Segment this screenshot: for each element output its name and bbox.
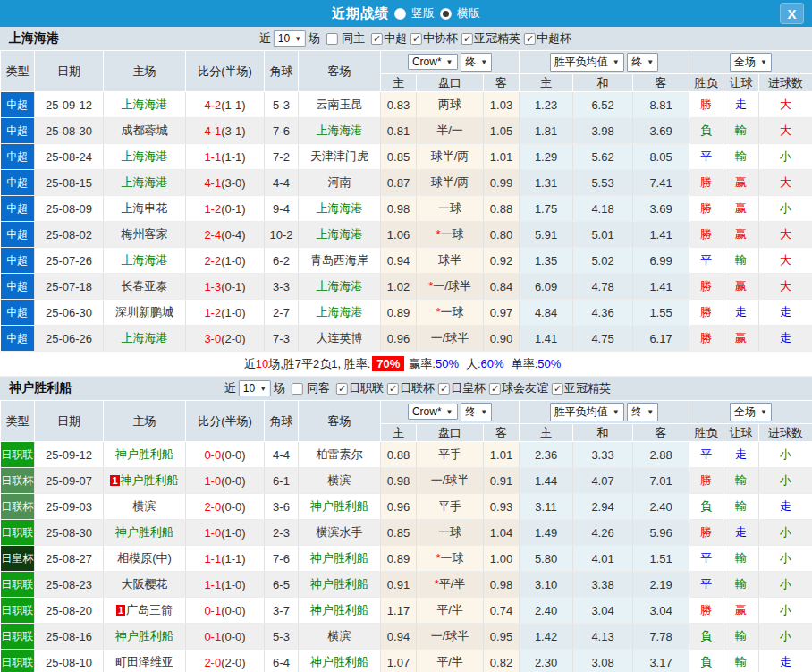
competition-checkbox[interactable] (552, 383, 563, 395)
competition-badge: 中超 (1, 92, 35, 117)
handicap: *一球 (417, 300, 484, 326)
competition-badge: 中超 (1, 222, 35, 247)
odds-away: 1.03 (484, 92, 520, 118)
score: 0-0(0-0) (186, 442, 265, 468)
avg-type-select[interactable]: 胜平负均值▼ (550, 403, 624, 421)
results-table-shanghai-port: 类型 日期 主场 比分(半场) 角球 客场 Crow*▼ 终▼ 胜平负均值▼ 终… (0, 50, 812, 352)
handicap: 一/球半 (417, 326, 484, 352)
recent-results-window: 近期战绩 竖版 横版 X 上海海港 近 10▼ 场 同主 中超中协杯亚冠精英中超… (0, 0, 812, 672)
result-handicap: 走 (723, 442, 759, 468)
col-avg-away: 客 (633, 424, 689, 442)
avg-away: 2.88 (633, 442, 689, 468)
match-date: 25-08-15 (35, 170, 104, 196)
col-odds-away: 客 (484, 74, 520, 92)
home-team: 相模原(中) (104, 546, 186, 572)
competition-checkbox[interactable] (524, 33, 536, 45)
scope-select[interactable]: 全场▼ (730, 403, 772, 421)
corners: 6-2 (265, 248, 299, 274)
score: 1-2(0-1) (186, 196, 265, 222)
star-marker: * (435, 577, 439, 591)
avg-away: 2.40 (633, 494, 689, 520)
odds-time-select[interactable]: 终▼ (461, 53, 492, 72)
home-team: 上海申花 (104, 196, 186, 222)
match-date: 25-09-12 (35, 92, 104, 118)
result-handicap: 輸 (723, 546, 759, 572)
avg-time-select[interactable]: 终▼ (627, 53, 658, 72)
summary-count: 10 (256, 357, 268, 370)
competition-badge: 日联杯 (1, 468, 35, 493)
col-odds-home: 主 (381, 74, 417, 92)
vertical-layout-radio[interactable] (394, 8, 406, 20)
match-row: 中超25-08-02梅州客家2-4(0-4)10-2上海海港1.06*一球0.8… (1, 222, 812, 248)
result-handicap: 赢 (723, 326, 759, 352)
competition-checkbox[interactable] (410, 33, 422, 45)
match-date: 25-08-24 (35, 144, 104, 170)
filter-bar: 近 10▼ 场 同客 日职联日联杯日皇杯球会友谊亚冠精英 (224, 377, 611, 400)
competition-badge: 日联杯 (1, 494, 35, 519)
result-handicap: 輸 (723, 118, 759, 144)
odds-company-select[interactable]: Crow*▼ (408, 404, 458, 420)
avg-draw: 5.62 (573, 144, 633, 170)
competition-checkbox[interactable] (371, 33, 383, 45)
handicap: 球半 (417, 248, 484, 274)
corners: 2-7 (265, 300, 299, 326)
result-handicap: 走 (723, 520, 759, 546)
chevron-down-icon: ▼ (647, 408, 654, 416)
odds-time-select[interactable]: 终▼ (461, 403, 492, 421)
same-away-label: 同客 (307, 380, 330, 396)
competition-type: 中超 (1, 144, 35, 170)
same-home-checkbox[interactable] (326, 33, 338, 45)
corners: 3-3 (265, 274, 299, 300)
competition-badge: 中超 (1, 274, 35, 299)
vertical-layout-label: 竖版 (411, 5, 435, 21)
competition-type: 日职联 (1, 572, 35, 598)
competition-checkbox[interactable] (438, 383, 450, 395)
competition-type: 日联杯 (1, 494, 35, 520)
col-type: 类型 (1, 51, 35, 92)
odds-away: 0.82 (484, 650, 520, 672)
competition-checkbox[interactable] (336, 383, 348, 395)
avg-home: 1.49 (520, 520, 573, 546)
match-date: 25-09-07 (35, 468, 104, 494)
competition-checkbox[interactable] (489, 383, 501, 395)
odds-company-select[interactable]: Crow*▼ (408, 54, 458, 70)
corners: 3-6 (265, 494, 299, 520)
match-row: 中超25-08-30成都蓉城4-1(3-1)7-6上海海港0.81半/一1.05… (1, 118, 812, 144)
competition-type: 日皇杯 (1, 546, 35, 572)
avg-draw: 6.52 (573, 92, 633, 118)
competition-type: 中超 (1, 274, 35, 300)
odds-away: 0.90 (484, 326, 520, 352)
avg-type-select[interactable]: 胜平负均值▼ (550, 53, 624, 72)
result-handicap: 輸 (723, 650, 759, 672)
match-count-select[interactable]: 10▼ (239, 380, 271, 396)
match-count-select[interactable]: 10▼ (274, 30, 306, 47)
chevron-down-icon: ▼ (760, 408, 767, 416)
scope-select[interactable]: 全场▼ (730, 53, 772, 72)
competition-checkbox[interactable] (387, 383, 399, 395)
scope-group-header: 全场▼ (689, 51, 812, 74)
horizontal-layout-radio[interactable] (440, 8, 452, 20)
competition-label: 日联杯 (400, 381, 435, 395)
close-icon[interactable]: X (780, 3, 804, 24)
competition-checkbox[interactable] (461, 33, 473, 45)
home-team: 深圳新鹏城 (104, 300, 186, 326)
avg-away: 3.04 (633, 598, 689, 624)
chevron-down-icon: ▼ (760, 58, 767, 66)
avg-time-select[interactable]: 终▼ (627, 403, 658, 421)
score: 1-0(0-0) (186, 468, 265, 494)
result-handicap: 輸 (723, 494, 759, 520)
same-away-checkbox[interactable] (292, 383, 303, 395)
odds-away: 1.01 (484, 144, 520, 170)
competition-type: 日职联 (1, 624, 35, 650)
competition-label: 中超 (384, 31, 407, 45)
odds-home: 0.89 (381, 546, 417, 572)
section-bar-vissel-kobe: 神户胜利船 近 10▼ 场 同客 日职联日联杯日皇杯球会友谊亚冠精英 (0, 377, 812, 400)
win-rate-badge: 70% (372, 356, 404, 371)
result-goals: 小 (759, 520, 812, 546)
competition-type: 中超 (1, 222, 35, 248)
corners: 7-6 (265, 546, 299, 572)
odds-away: 0.95 (484, 624, 520, 650)
scope-group-header: 全场▼ (689, 401, 812, 424)
odds-home: 0.81 (381, 118, 417, 144)
match-row: 日职联25-08-201广岛三箭0-1(0-0)3-7神户胜利船1.17平/半0… (1, 598, 812, 624)
